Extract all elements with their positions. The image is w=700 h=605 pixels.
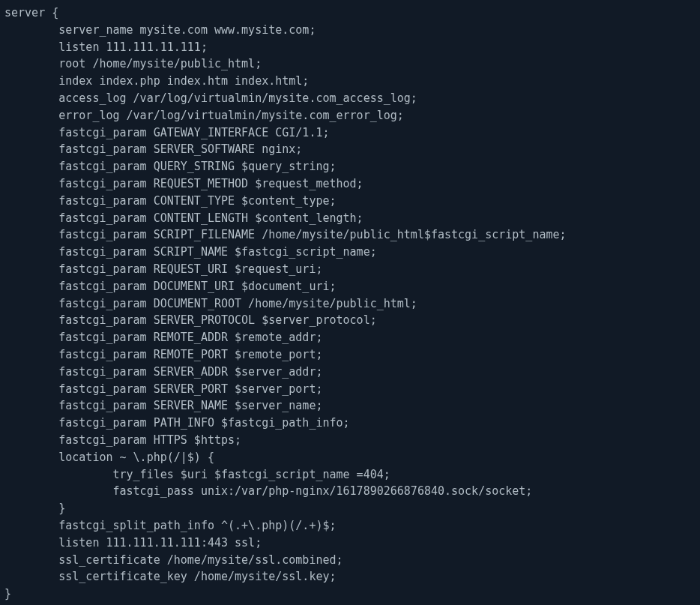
nginx-config-block: server { server_name mysite.com www.mysi… [0, 0, 700, 605]
